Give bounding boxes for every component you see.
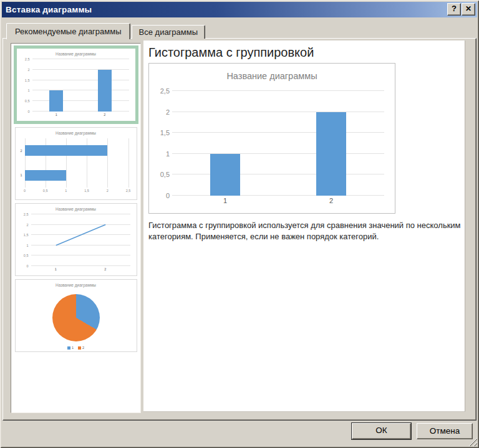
gridline xyxy=(32,69,129,70)
axis-tick-label: 2 xyxy=(26,223,28,227)
tab-strip: Рекомендуемые диаграммы Все диаграммы xyxy=(6,23,206,39)
axis-tick-label: 2 xyxy=(166,108,170,116)
axis-tick-label: 2 xyxy=(107,189,109,193)
gridline xyxy=(172,153,384,154)
plot-area: 00,511,522,512 xyxy=(32,59,129,112)
gridline xyxy=(172,132,384,133)
axis-tick-label: 1,5 xyxy=(84,189,89,193)
axis-tick-label: 1,5 xyxy=(25,79,30,82)
cancel-button[interactable]: Отмена xyxy=(417,423,473,439)
help-icon[interactable]: ? xyxy=(447,3,461,16)
plot-area: 00,511,522,512 xyxy=(31,214,130,266)
thumbnail-horizontal-bar-chart[interactable]: Название диаграммы00,511,522,512 xyxy=(15,127,137,200)
chart-title: Название диаграммы xyxy=(149,71,395,81)
axis-category-label: 2 xyxy=(104,267,106,271)
thumbnail-pie-chart-preview: Название диаграммы12 xyxy=(16,280,137,351)
bar xyxy=(210,154,240,196)
chart-title: Название диаграммы xyxy=(17,52,135,56)
gridline xyxy=(107,138,108,188)
tab-page: Название диаграммы00,511,522,512 Названи… xyxy=(2,38,477,421)
axis-tick-label: 0,5 xyxy=(24,254,29,257)
axis-tick-label: 2,5 xyxy=(25,57,30,61)
gridline xyxy=(172,112,384,112)
window-title: Вставка диаграммы xyxy=(2,5,92,14)
tab-recommended-charts[interactable]: Рекомендуемые диаграммы xyxy=(6,23,130,39)
tab-all-charts[interactable]: Все диаграммы xyxy=(132,25,206,39)
axis-category-label: 1 xyxy=(55,267,57,271)
axis-tick-label: 1 xyxy=(65,189,67,193)
thumbnail-line-chart-preview: Название диаграммы00,511,522,512 xyxy=(16,204,137,275)
gridline xyxy=(32,80,129,80)
clustered-column-chart-preview: Название диаграммы00,511,522,512 xyxy=(149,64,395,213)
tab-label: Рекомендуемые диаграммы xyxy=(15,27,122,36)
axis-tick-label: 0 xyxy=(27,110,29,113)
legend-swatch xyxy=(78,346,81,350)
gridline xyxy=(32,111,129,112)
pie-chart xyxy=(52,294,100,341)
bar xyxy=(25,170,66,181)
axis-category-label: 2 xyxy=(20,149,22,153)
tab-label: Все диаграммы xyxy=(139,27,198,37)
axis-tick-label: 2,5 xyxy=(126,189,131,193)
axis-tick-label: 0,5 xyxy=(160,171,170,178)
axis-tick-label: 1,5 xyxy=(24,233,29,237)
axis-tick-label: 2,5 xyxy=(24,212,29,216)
legend-label: 1 xyxy=(72,346,74,350)
legend-item: 2 xyxy=(78,346,84,350)
axis-category-label: 2 xyxy=(104,113,105,117)
insert-chart-dialog: { "window": { "title": "Вставка диаграмм… xyxy=(0,0,479,448)
chart-title: Название диаграммы xyxy=(16,131,137,135)
axis-tick-label: 2 xyxy=(27,68,29,72)
line-series xyxy=(31,214,130,266)
chart-thumbnail-list: Название диаграммы00,511,522,512 Названи… xyxy=(11,43,141,413)
gridline xyxy=(128,138,129,188)
plot-area: 00,511,522,512 xyxy=(25,138,128,188)
gridline xyxy=(32,90,129,90)
title-bar[interactable]: Вставка диаграммы xyxy=(2,2,477,17)
axis-category-label: 1 xyxy=(223,197,227,204)
thumbnail-line-chart[interactable]: Название диаграммы00,511,522,512 xyxy=(15,203,137,276)
gridline xyxy=(172,90,384,91)
gridline xyxy=(172,174,384,174)
bar xyxy=(25,145,108,156)
legend-item: 1 xyxy=(67,346,74,350)
thumbnail-pie-chart[interactable]: Название диаграммы12 xyxy=(15,279,137,352)
axis-category-label: 1 xyxy=(20,173,22,177)
chart-detail-panel: Гистограмма с группировкой Название диаг… xyxy=(143,41,465,412)
bar xyxy=(49,90,63,112)
gridline xyxy=(32,100,129,101)
gridline xyxy=(32,59,129,59)
axis-category-label: 2 xyxy=(329,197,333,204)
axis-tick-label: 2,5 xyxy=(160,87,170,95)
bar xyxy=(98,70,112,112)
chart-preview-box: Название диаграммы00,511,522,512 xyxy=(148,63,395,214)
axis-tick-label: 0,5 xyxy=(25,99,30,103)
chart-type-description: Гистограмма с группировкой используется … xyxy=(148,220,468,242)
legend-swatch xyxy=(67,346,70,350)
axis-tick-label: 0 xyxy=(26,264,28,268)
bar xyxy=(316,112,346,196)
thumbnail-clustered-column-chart[interactable]: Название диаграммы00,511,522,512 xyxy=(14,45,138,124)
chart-legend: 12 xyxy=(16,346,137,350)
axis-tick-label: 1 xyxy=(26,244,28,247)
chart-type-heading: Гистограмма с группировкой xyxy=(148,45,314,60)
axis-tick-label: 1 xyxy=(27,88,29,92)
axis-tick-label: 0 xyxy=(166,192,170,199)
axis-tick-label: 0 xyxy=(24,189,26,193)
chart-title: Название диаграммы xyxy=(16,283,137,287)
axis-tick-label: 1,5 xyxy=(160,129,170,136)
chart-title: Название диаграммы xyxy=(16,207,137,211)
axis-tick-label: 0,5 xyxy=(43,189,48,193)
ok-button[interactable]: ОК xyxy=(352,423,411,439)
axis-category-label: 1 xyxy=(56,113,57,117)
thumbnail-column-chart-preview: Название диаграммы00,511,522,512 xyxy=(17,49,135,121)
gridline xyxy=(172,195,384,196)
legend-label: 2 xyxy=(82,346,84,350)
thumbnail-bar-chart-preview: Название диаграммы00,511,522,512 xyxy=(16,128,137,199)
axis-tick-label: 1 xyxy=(166,150,170,158)
plot-area: 00,511,522,512 xyxy=(172,91,384,196)
close-icon[interactable]: ✕ xyxy=(462,3,475,16)
